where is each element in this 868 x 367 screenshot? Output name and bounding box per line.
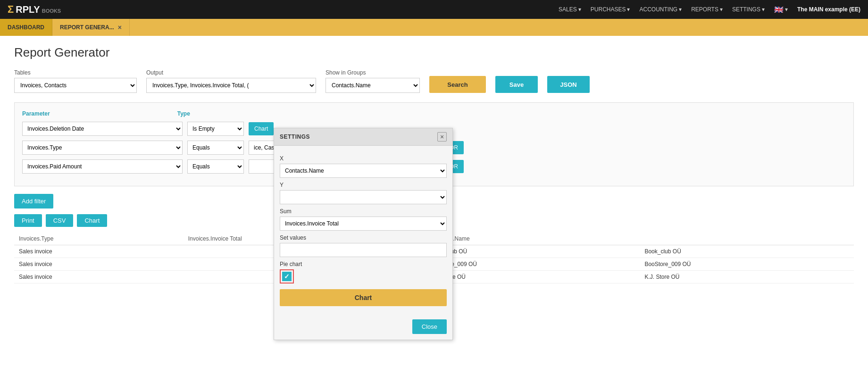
cell-extra: BooStore_009 OÜ bbox=[640, 258, 854, 271]
cell-extra: Book_club OÜ bbox=[640, 245, 854, 258]
print-button[interactable]: Print bbox=[14, 214, 42, 227]
groups-label: Show in Groups bbox=[326, 69, 420, 76]
cell-name: Book_club OÜ bbox=[426, 245, 640, 258]
groups-group: Show in Groups Contacts.Name bbox=[326, 69, 420, 93]
groups-select[interactable]: Contacts.Name bbox=[326, 78, 420, 93]
logo: ΣRPLY BOOKS bbox=[8, 3, 61, 16]
filter-param-3[interactable]: Invoices.Paid Amount bbox=[22, 159, 183, 174]
filter-param-2[interactable]: Invoices.Type bbox=[22, 141, 183, 155]
nav-reports[interactable]: REPORTS ▾ bbox=[691, 6, 723, 13]
tables-group: Tables Invoices, Contacts bbox=[14, 69, 137, 93]
filter-or-button-1[interactable]: Chart bbox=[249, 122, 274, 135]
cell-name: K.J. Store OÜ bbox=[426, 271, 640, 284]
parameter-col-label: Parameter bbox=[22, 110, 50, 117]
cell-extra: K.J. Store OÜ bbox=[640, 271, 854, 284]
logo-books: BOOKS bbox=[42, 8, 61, 14]
pie-chart-label: Pie chart bbox=[280, 261, 447, 267]
settings-modal: SETTINGS × X Contacts.Name Y Sum Invoice… bbox=[274, 128, 453, 340]
x-select[interactable]: Contacts.Name bbox=[280, 164, 447, 178]
logo-sigma: Σ bbox=[8, 3, 14, 16]
csv-button[interactable]: CSV bbox=[46, 214, 74, 227]
output-group: Output Invoices.Type, Invoices.Invoice T… bbox=[146, 69, 316, 93]
flag-icon: 🇬🇧 bbox=[774, 5, 784, 14]
sum-label: Sum bbox=[280, 208, 447, 215]
modal-body: X Contacts.Name Y Sum Invoices.Invoice T… bbox=[274, 146, 452, 312]
sum-select[interactable]: Invoices.Invoice Total bbox=[280, 217, 447, 231]
set-values-input[interactable] bbox=[280, 243, 447, 257]
x-label: X bbox=[280, 155, 447, 162]
tab-close-icon[interactable]: × bbox=[118, 24, 122, 31]
nav-language[interactable]: 🇬🇧 ▾ bbox=[774, 5, 788, 14]
tab-dashboard[interactable]: DASHBOARD bbox=[0, 19, 52, 36]
pie-chart-checkbox-wrapper[interactable]: ✓ bbox=[280, 269, 294, 284]
nav-user[interactable]: The MAIN example (EE) bbox=[797, 6, 860, 13]
search-button[interactable]: Search bbox=[429, 76, 486, 93]
chevron-down-icon: ▾ bbox=[578, 6, 581, 13]
col-header-type: Invoices.Type bbox=[14, 233, 184, 245]
modal-title: SETTINGS bbox=[280, 133, 310, 140]
save-button[interactable]: Save bbox=[495, 76, 538, 93]
chevron-down-icon: ▾ bbox=[785, 6, 788, 13]
output-select[interactable]: Invoices.Type, Invoices.Invoice Total, ( bbox=[146, 78, 316, 93]
cell-type: Sales invoice bbox=[14, 271, 184, 284]
modal-chart-button[interactable]: Chart bbox=[280, 289, 447, 306]
pie-chart-section: Pie chart ✓ bbox=[280, 261, 447, 284]
add-filter-button[interactable]: Add filter bbox=[14, 194, 53, 209]
y-label: Y bbox=[280, 182, 447, 188]
checkmark-icon: ✓ bbox=[284, 273, 290, 280]
modal-close-button[interactable]: × bbox=[437, 132, 447, 142]
set-values-label: Set values bbox=[280, 234, 447, 241]
output-label: Output bbox=[146, 69, 316, 76]
filter-param-1[interactable]: Invoices.Deletion Date bbox=[22, 122, 183, 136]
modal-close-btn[interactable]: Close bbox=[412, 319, 447, 334]
form-row: Tables Invoices, Contacts Output Invoice… bbox=[14, 69, 854, 93]
pie-chart-checkbox[interactable]: ✓ bbox=[282, 272, 292, 281]
y-select[interactable] bbox=[280, 190, 447, 204]
modal-footer: Close bbox=[274, 312, 452, 340]
nav-settings[interactable]: SETTINGS ▾ bbox=[732, 6, 765, 13]
filter-type-2[interactable]: Equals bbox=[187, 141, 244, 155]
col-header-extra bbox=[640, 233, 854, 245]
tab-report-generator[interactable]: REPORT GENERA... × bbox=[52, 19, 130, 36]
cell-type: Sales invoice bbox=[14, 258, 184, 271]
chevron-down-icon: ▾ bbox=[679, 6, 682, 13]
logo-rply: RPLY bbox=[16, 4, 40, 15]
json-button[interactable]: JSON bbox=[547, 76, 590, 93]
tables-label: Tables bbox=[14, 69, 137, 76]
cell-type: Sales invoice bbox=[14, 245, 184, 258]
cell-name: BooStore_009 OÜ bbox=[426, 258, 640, 271]
tab-bar: DASHBOARD REPORT GENERA... × bbox=[0, 19, 868, 36]
nav-sales[interactable]: SALES ▾ bbox=[559, 6, 581, 13]
filter-type-3[interactable]: Equals bbox=[187, 159, 244, 174]
filter-header-row: Parameter Type bbox=[22, 110, 846, 117]
nav-accounting[interactable]: ACCOUNTING ▾ bbox=[639, 6, 682, 13]
col-header-name: Contacts.Name bbox=[426, 233, 640, 245]
page-title: Report Generator bbox=[14, 45, 854, 60]
filter-type-1[interactable]: Is Empty bbox=[187, 122, 244, 136]
chevron-down-icon: ▾ bbox=[720, 6, 723, 13]
chevron-down-icon: ▾ bbox=[762, 6, 765, 13]
top-navigation: ΣRPLY BOOKS SALES ▾ PURCHASES ▾ ACCOUNTI… bbox=[0, 0, 868, 19]
chevron-down-icon: ▾ bbox=[627, 6, 630, 13]
modal-header: SETTINGS × bbox=[274, 128, 452, 146]
main-content: Report Generator Tables Invoices, Contac… bbox=[0, 36, 868, 367]
nav-items: SALES ▾ PURCHASES ▾ ACCOUNTING ▾ REPORTS… bbox=[559, 5, 860, 14]
type-col-label: Type bbox=[177, 110, 190, 117]
chart-button[interactable]: Chart bbox=[77, 214, 107, 227]
tables-select[interactable]: Invoices, Contacts bbox=[14, 78, 137, 93]
nav-purchases[interactable]: PURCHASES ▾ bbox=[591, 6, 630, 13]
